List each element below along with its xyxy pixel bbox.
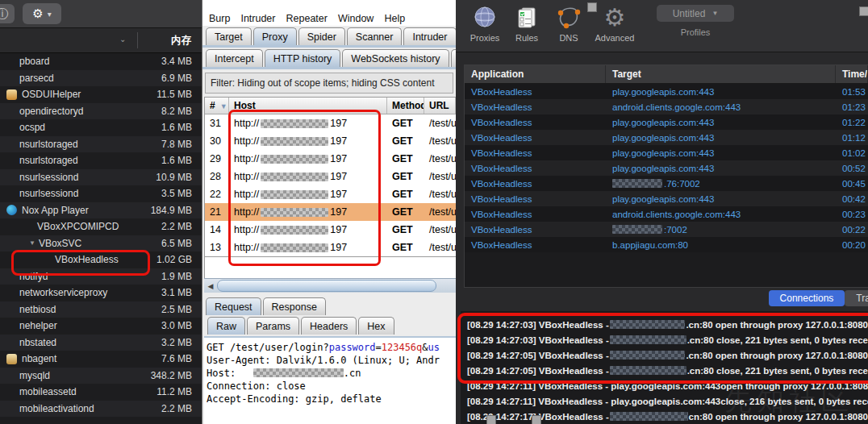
column-header-method[interactable]: Method [387,98,424,114]
process-row[interactable]: nsurlstoraged1.6 MB [0,152,202,169]
toolbar-dns[interactable]: DNS [548,5,590,43]
process-memory: 8.2 MB [132,106,202,117]
profile-dropdown[interactable]: Untitled ▼ [657,5,734,22]
tab-response[interactable]: Response [263,297,326,315]
tab-target[interactable]: Target [206,27,252,45]
process-row[interactable]: Nox App Player184.9 MB [0,202,202,219]
connection-row[interactable]: VBoxHeadlessandroid.clients.google.com:4… [465,206,868,222]
menu-item-help[interactable]: Help [384,13,405,24]
sort-desc-icon: ▼ [220,102,227,110]
column-header-time-status[interactable]: Time/Sta [836,65,868,83]
process-row[interactable]: parsecd6.9 MB [0,70,202,87]
menu-item-window[interactable]: Window [338,13,373,24]
http-history-row[interactable]: 13http://197GET/test/u [205,239,456,256]
tab-spider[interactable]: Spider [298,27,345,45]
cell-method: GET [387,224,424,235]
view-tab-connections[interactable]: Connections [769,290,845,306]
column-chevron-icon[interactable]: ⌄ [119,35,126,44]
subtab-intercept[interactable]: Intercept [206,49,263,67]
subtab-http-history[interactable]: HTTP history [265,49,341,67]
toolbar-proxies[interactable]: Proxies [464,5,506,43]
menu-item-intruder[interactable]: Intruder [240,13,275,24]
process-row[interactable]: nbagent7.6 MB [0,351,202,368]
process-row[interactable]: opendirectoryd8.2 MB [0,103,202,120]
viewtab-params[interactable]: Params [247,317,299,335]
http-history-row[interactable]: 21http://197GET/test/u [205,203,456,221]
host-scheme: http:// [234,189,259,200]
column-header-num[interactable]: #▼ [205,98,229,114]
process-row[interactable]: mobileassetd11.2 MB [0,384,202,401]
http-history-filter-bar[interactable]: Filter: Hiding out of scope items; hidin… [205,73,453,94]
scroll-left-arrow-icon[interactable]: ◀ [204,282,217,290]
subtab-websockets-history[interactable]: WebSockets history [342,49,449,67]
toolbar-rules[interactable]: Rules [506,5,548,43]
http-history-row[interactable]: 29http://197GET/test/u [205,150,456,168]
cell-host: http://197 [229,189,387,200]
process-row[interactable]: nsurlsessiond10.9 MB [0,169,202,186]
viewtab-hex[interactable]: Hex [358,317,394,335]
disclosure-triangle-icon[interactable]: ▼ [29,239,35,247]
info-button[interactable]: ⓘ [0,4,15,23]
process-name-cell: nsurlstoraged [0,139,132,150]
http-history-row[interactable]: 30http://197GET/test/u [205,132,456,150]
connection-row[interactable]: VBoxHeadless:700200:22 C [465,222,868,237]
connection-log[interactable]: [08.29 14:27:03] VBoxHeadless - .cn:80 o… [461,311,868,424]
redacted-host [261,119,328,128]
process-row[interactable]: mobileactivationd2.2 MB [0,401,202,418]
connection-row[interactable]: VBoxHeadlessplay.googleapis.com:44301:12… [465,130,868,145]
process-name: OSDUIHelper [22,89,81,100]
connection-row[interactable]: VBoxHeadless.76:700200:45 C [465,176,868,191]
process-row[interactable]: netbiosd2.5 MB [0,301,202,318]
tab-proxy[interactable]: Proxy [253,27,297,45]
viewtab-raw[interactable]: Raw [207,317,245,335]
raw-request-editor[interactable]: GET /test/user/login?password=123456q&us… [204,336,456,424]
connection-row[interactable]: VBoxHeadlessplay.googleapis.com:44301:02… [465,145,868,160]
redacted-log-host [610,335,686,344]
connection-row[interactable]: VBoxHeadlessplay.googleapis.com:44301:22… [465,114,868,130]
horizontal-scrollbar[interactable]: ◀ [204,278,456,293]
connection-row[interactable]: VBoxHeadlessplay.googleapis.com:44300:42… [465,191,868,206]
process-row[interactable]: ocspd1.6 MB [0,119,202,136]
http-history-row[interactable]: 28http://197GET/test/u [205,168,456,185]
connection-row[interactable]: VBoxHeadlessb.appjiagu.com:8000:20 C [465,237,868,252]
target-text: .76:7002 [664,179,700,189]
tab-scanner[interactable]: Scanner [347,27,403,45]
process-row[interactable]: networkserviceproxy3.1 MB [0,285,202,301]
process-row[interactable]: notifyd1.9 MB [0,268,202,285]
http-history-row[interactable]: 22http://197GET/test/u [205,185,456,203]
process-row[interactable]: nbstated3.2 MB [0,335,202,351]
connection-row[interactable]: VBoxHeadlessandroid.clients.google.com:4… [465,99,868,114]
log-line: [08.29 14:27:03] VBoxHeadless - .cn:80 o… [467,317,868,332]
column-header-host[interactable]: Host [229,98,387,114]
menu-item-repeater[interactable]: Repeater [286,13,328,24]
process-name-cell: networkserviceproxy [0,287,132,298]
cell-application: VBoxHeadless [465,225,606,235]
connection-row[interactable]: VBoxHeadlessplay.googleapis.com:44301:53… [465,84,868,99]
process-row[interactable]: ▼VBoxSVC6.5 MB [0,235,202,252]
http-history-row[interactable]: 14http://197GET/test/u [205,221,456,239]
connection-row[interactable]: VBoxHeadlessplay.googleapis.com:44300:52… [465,160,868,176]
settings-button[interactable]: ⚙ ▾ [23,3,61,24]
http-history-row[interactable]: 31http://197GET/test/u [205,114,456,132]
column-header-target[interactable]: Target [606,65,836,83]
tab-request[interactable]: Request [206,297,261,315]
process-row[interactable]: nehelper3.0 MB [0,318,202,335]
process-row[interactable]: VBoxHeadless1.02 GB [0,251,202,268]
process-row[interactable]: nsurlstoraged7.8 MB [0,136,202,153]
column-header-application[interactable]: Application [465,65,606,83]
process-row[interactable]: mysqld348.2 MB [0,368,202,385]
cell-application: VBoxHeadless [465,179,606,189]
scrollbar-thumb[interactable] [217,280,436,292]
process-row[interactable]: VBoxXPCOMIPCD2.2 MB [0,218,202,235]
process-row[interactable]: nsurlsessiond3.5 MB [0,185,202,202]
process-row[interactable]: OSDUIHelper11.5 MB [0,86,202,103]
request-line-1: GET /test/user/login?password=123456q&us [207,341,456,354]
viewtab-headers[interactable]: Headers [301,317,357,335]
column-header-url[interactable]: URL [424,98,456,114]
toolbar-advanced[interactable]: ⚙ Advanced [590,5,640,43]
tab-intruder[interactable]: Intruder [403,27,456,45]
menu-item-burp[interactable]: Burp [209,13,230,24]
process-row[interactable]: pboard3.4 MB [0,53,202,70]
view-tab-traffic[interactable]: Traffic [845,290,868,306]
memory-column-header[interactable]: 内存 [171,34,191,48]
